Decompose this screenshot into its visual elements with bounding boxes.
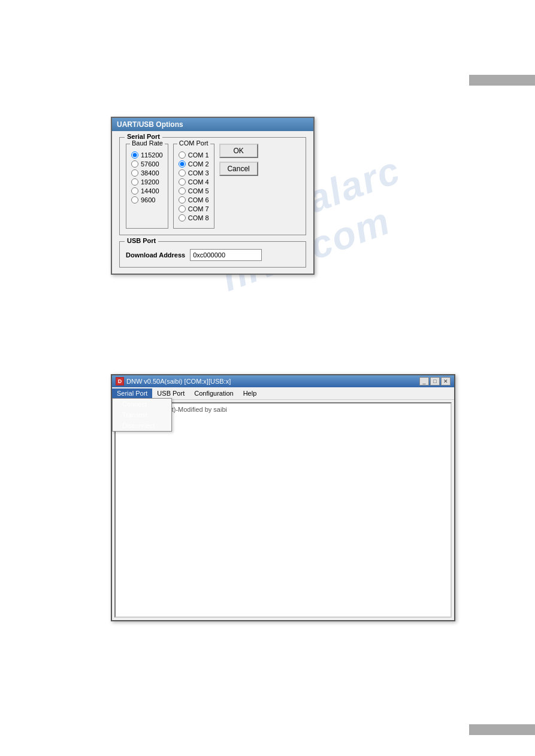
com-label-7: COM 7 (188, 205, 209, 212)
com-radio-input-8[interactable] (179, 214, 186, 221)
menu-configuration[interactable]: Configuration (189, 388, 238, 398)
baud-radio-input-14400[interactable] (131, 187, 138, 195)
uart-dialog-title: UART/USB Options (112, 118, 313, 131)
uart-dialog-body: Serial Port Baud Rate 115200 (112, 131, 313, 274)
dialog-buttons: OK Cancel (219, 141, 258, 176)
com-radio-4[interactable]: COM 4 (179, 178, 209, 186)
baud-rate-legend: Baud Rate (130, 139, 165, 147)
com-radio-8[interactable]: COM 8 (179, 214, 209, 221)
com-radio-input-1[interactable] (179, 151, 186, 159)
usb-port-inner: Download Address (126, 249, 300, 261)
baud-radio-38400[interactable]: 38400 (131, 169, 163, 177)
baud-label-9600: 9600 (141, 196, 155, 204)
menu-serial-port-label: Serial Port (117, 390, 147, 397)
com-label-6: COM 6 (188, 196, 209, 204)
sp-and-buttons: Baud Rate 115200 57600 (126, 141, 300, 229)
menu-help-label: Help (243, 390, 257, 397)
com-radio-7[interactable]: COM 7 (179, 205, 209, 212)
com-label-5: COM 5 (188, 187, 209, 195)
com-label-1: COM 1 (188, 151, 209, 159)
uart-usb-dialog: UART/USB Options Serial Port Baud Rate 1… (111, 117, 315, 275)
serial-port-inner: Baud Rate 115200 57600 (126, 144, 214, 229)
usb-port-group: USB Port Download Address (119, 241, 306, 268)
dnw-window: D DNW v0.50A(saibi) [COM:x][USB:x] _ □ ✕… (111, 374, 455, 621)
com-port-legend: COM Port (177, 139, 210, 147)
close-button[interactable]: ✕ (441, 377, 451, 385)
download-address-input[interactable] (190, 249, 262, 261)
com-radio-5[interactable]: COM 5 (179, 187, 209, 195)
cancel-button[interactable]: Cancel (219, 162, 258, 176)
baud-label-115200: 115200 (141, 151, 163, 159)
baud-label-19200: 19200 (141, 178, 159, 186)
baud-radio-input-19200[interactable] (131, 178, 138, 186)
baud-radio-115200[interactable]: 115200 (131, 151, 163, 159)
com-radio-input-6[interactable] (179, 196, 186, 204)
com-radio-input-5[interactable] (179, 187, 186, 195)
baud-label-14400: 14400 (141, 187, 159, 195)
com-label-3: COM 3 (188, 169, 209, 177)
com-label-4: COM 4 (188, 178, 209, 186)
com-radio-input-2[interactable] (179, 160, 186, 168)
baud-radio-input-115200[interactable] (131, 151, 138, 159)
menu-help[interactable]: Help (238, 388, 262, 398)
minimize-button[interactable]: _ (419, 377, 429, 385)
menu-configuration-label: Configuration (194, 390, 233, 397)
dropdown-transmit[interactable]: Transmit (113, 409, 171, 420)
baud-radio-9600[interactable]: 9600 (131, 196, 163, 204)
dropdown-disconnect[interactable]: Disconnect (113, 420, 171, 431)
com-label-8: COM 8 (188, 214, 209, 221)
restore-button[interactable]: □ (430, 377, 440, 385)
baud-radio-input-57600[interactable] (131, 160, 138, 168)
dnw-title-bar: D DNW v0.50A(saibi) [COM:x][USB:x] _ □ ✕ (112, 375, 454, 387)
baud-rate-group: Baud Rate 115200 57600 (126, 144, 168, 229)
ok-button[interactable]: OK (219, 144, 258, 158)
com-radio-input-7[interactable] (179, 205, 186, 212)
baud-radio-input-9600[interactable] (131, 196, 138, 204)
dnw-title-text: DNW v0.50A(saibi) [COM:x][USB:x] (126, 378, 231, 385)
com-radio-3[interactable]: COM 3 (179, 169, 209, 177)
usb-port-legend: USB Port (125, 237, 158, 244)
com-port-group: COM Port COM 1 COM 2 (173, 144, 214, 229)
baud-label-38400: 38400 (141, 169, 159, 177)
dnw-menubar: Serial Port Connect Transmit Disconnect … (112, 387, 454, 400)
dnw-title-controls: _ □ ✕ (419, 377, 451, 385)
download-address-label: Download Address (126, 251, 185, 259)
com-radio-1[interactable]: COM 1 (179, 151, 209, 159)
baud-radio-14400[interactable]: 14400 (131, 187, 163, 195)
com-radio-2[interactable]: COM 2 (179, 160, 209, 168)
menu-usb-port-label: USB Port (157, 390, 185, 397)
com-label-2: COM 2 (188, 160, 209, 168)
baud-label-57600: 57600 (141, 160, 159, 168)
dnw-content-area: sBuffer&GulimFont)-Modified by saibi (114, 402, 452, 618)
dropdown-connect[interactable]: Connect (113, 399, 171, 409)
com-radio-6[interactable]: COM 6 (179, 196, 209, 204)
baud-radio-19200[interactable]: 19200 (131, 178, 163, 186)
com-radio-input-3[interactable] (179, 169, 186, 177)
dnw-title-left: D DNW v0.50A(saibi) [COM:x][USB:x] (116, 377, 231, 385)
top-decoration-bar (469, 75, 535, 86)
menu-serial-port[interactable]: Serial Port Connect Transmit Disconnect (112, 388, 152, 398)
com-radio-input-4[interactable] (179, 178, 186, 186)
serial-port-dropdown: Connect Transmit Disconnect (112, 398, 172, 432)
baud-radio-57600[interactable]: 57600 (131, 160, 163, 168)
bottom-decoration-bar (469, 724, 535, 735)
menu-usb-port[interactable]: USB Port (152, 388, 189, 398)
baud-radio-input-38400[interactable] (131, 169, 138, 177)
dnw-title-icon: D (116, 377, 124, 385)
serial-port-group: Serial Port Baud Rate 115200 (119, 137, 306, 235)
